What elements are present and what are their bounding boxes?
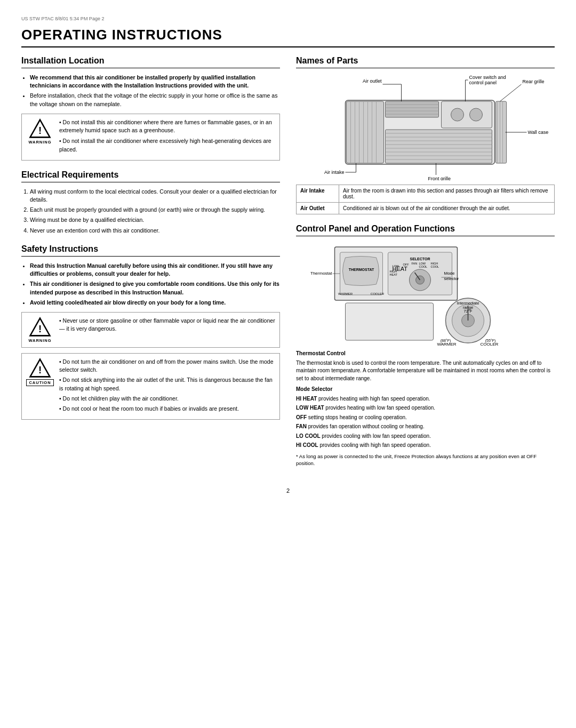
- svg-text:(55°F): (55°F): [485, 339, 496, 343]
- mode-hi-heat: HI HEAT provides heating with high fan s…: [296, 395, 555, 403]
- svg-text:Air outlet: Air outlet: [363, 78, 382, 84]
- installation-location-title: Installation Location: [21, 56, 280, 68]
- control-panel-title: Control Panel and Operation Functions: [296, 224, 555, 236]
- svg-text:OFF: OFF: [403, 263, 410, 266]
- svg-text:HEAT: HEAT: [390, 273, 398, 276]
- svg-text:!: !: [38, 125, 42, 136]
- mode-low-heat: LOW HEAT provides heating with low fan s…: [296, 404, 555, 412]
- caution-label: CAUTION: [26, 379, 53, 386]
- warning-icon-safety: ! WARNING: [26, 317, 54, 343]
- svg-text:THERMOSTAT: THERMOSTAT: [349, 268, 374, 271]
- svg-text:COOL: COOL: [419, 265, 428, 268]
- safety-bullet2: This air conditioner is designed to give…: [30, 281, 279, 295]
- parts-diagram: Air outlet Cover switch and control pane…: [296, 74, 555, 180]
- svg-rect-7: [347, 101, 384, 163]
- svg-text:COOLER: COOLER: [481, 342, 499, 346]
- svg-text:COOL: COOL: [431, 265, 439, 268]
- installation-warning-box: ! WARNING • Do not install this air cond…: [21, 114, 280, 161]
- mode-off: OFF setting stops heating or cooling ope…: [296, 414, 555, 422]
- mode-fan: FAN provides fan operation without cooli…: [296, 423, 555, 431]
- svg-text:FAN: FAN: [412, 262, 418, 265]
- svg-text:Front grille: Front grille: [428, 176, 451, 180]
- svg-text:Cover switch and: Cover switch and: [469, 75, 506, 80]
- mode-selector-section: Mode Selector HI HEAT provides heating w…: [296, 386, 555, 467]
- svg-text:selector: selector: [444, 276, 459, 281]
- thermostat-control-section: Thermostat Control The thermostat knob i…: [296, 350, 555, 382]
- elec-item-1: All wiring must conform to the local ele…: [30, 188, 280, 204]
- warning-label-install: WARNING: [28, 140, 51, 145]
- warning-triangle-safety-icon: !: [29, 317, 51, 337]
- warning-text-install: • Do not install this air conditioner wh…: [59, 118, 275, 156]
- caution-text: • Do not turn the air conditioner on and…: [59, 358, 275, 415]
- part-desc-air-outlet: Conditioned air is blown out of the air …: [339, 203, 555, 214]
- svg-text:Mode: Mode: [444, 271, 455, 276]
- svg-text:WARMER: WARMER: [338, 292, 353, 295]
- svg-text:!: !: [38, 364, 42, 375]
- elec-item-2: Each unit must be properly grounded with…: [30, 206, 280, 214]
- table-row: Air Outlet Conditioned air is blown out …: [297, 203, 555, 214]
- svg-text:control panel: control panel: [469, 80, 497, 85]
- install-bullet2: Before installation, check that the volt…: [30, 92, 280, 108]
- electrical-requirements-list: All wiring must conform to the local ele…: [21, 188, 280, 235]
- caution-point-2: Do not stick anything into the air outle…: [59, 377, 273, 391]
- caution-triangle-icon: !: [29, 358, 51, 378]
- part-name-air-intake: Air Intake: [297, 185, 339, 203]
- main-title: OPERATING INSTRUCTIONS: [21, 27, 555, 47]
- svg-text:(88°F): (88°F): [441, 339, 451, 343]
- svg-text:Thermostat: Thermostat: [310, 271, 332, 276]
- svg-line-44: [500, 84, 522, 101]
- names-of-parts-title: Names of Parts: [296, 56, 555, 68]
- control-panel-diagram: THERMOSTAT WARMER COOLER SELECTOR LOW HE…: [296, 242, 555, 346]
- safety-instructions-section: Safety Instructions Read this Instructio…: [21, 244, 280, 420]
- svg-text:!: !: [38, 323, 42, 334]
- mode-lo-cool: LO COOL provides cooling with low fan sp…: [296, 433, 555, 441]
- svg-rect-28: [386, 130, 492, 163]
- install-bullet1: We recommend that this air conditioner b…: [30, 74, 255, 89]
- ac-unit-diagram: Air outlet Cover switch and control pane…: [296, 74, 555, 180]
- safety-warning-box: ! WARNING • Never use or store gasoline …: [21, 312, 280, 348]
- safety-instructions-title: Safety Instructions: [21, 244, 280, 257]
- caution-icon: ! CAUTION: [26, 358, 54, 386]
- warning-triangle-icon: !: [29, 118, 51, 139]
- electrical-requirements-title: Electrical Requirements: [21, 170, 280, 182]
- caution-point-1: Do not turn the air conditioner on and o…: [59, 358, 274, 373]
- warning-text-safety: • Never use or store gasoline or other f…: [59, 317, 275, 335]
- parts-table: Air Intake Air from the room is drawn in…: [296, 185, 555, 214]
- elec-item-4: Never use an extention cord with this ai…: [30, 227, 280, 235]
- page-header: US STW PTAC 8/8/01 5:34 PM Page 2: [21, 16, 555, 21]
- asterisk-note: * As long as power is connected to the u…: [296, 453, 555, 468]
- warning-icon-install: ! WARNING: [26, 118, 54, 145]
- mode-hi-cool: HI COOL provides cooling with high fan s…: [296, 442, 555, 450]
- electrical-requirements-section: Electrical Requirements All wiring must …: [21, 170, 280, 235]
- safety-bullet3: Avoid letting cooled/heated air blow dir…: [30, 299, 226, 306]
- svg-text:SELECTOR: SELECTOR: [410, 257, 430, 261]
- thermostat-text: The thermostat knob is used to control t…: [296, 359, 555, 383]
- mode-selector-heading: Mode Selector: [296, 386, 332, 392]
- page-number: 2: [21, 487, 555, 494]
- part-desc-air-intake: Air from the room is drawn into this sec…: [339, 185, 555, 203]
- safety-bullet1: Read this Instruction Manual carefully b…: [30, 262, 273, 277]
- svg-rect-20: [442, 101, 492, 128]
- svg-text:Rear grille: Rear grille: [523, 79, 545, 84]
- control-panel-svg: THERMOSTAT WARMER COOLER SELECTOR LOW HE…: [296, 242, 555, 346]
- warning-label-safety: WARNING: [28, 338, 51, 343]
- part-name-air-outlet: Air Outlet: [297, 203, 339, 214]
- svg-text:WARMER: WARMER: [437, 342, 456, 346]
- svg-text:Wall case: Wall case: [528, 130, 549, 135]
- svg-point-21: [451, 108, 464, 121]
- caution-point-3: Do not let children play with the air co…: [63, 395, 179, 402]
- left-column: Installation Location We recommend that …: [21, 56, 280, 477]
- svg-text:COOLER: COOLER: [371, 292, 385, 295]
- svg-text:Air intake: Air intake: [324, 170, 345, 175]
- svg-rect-15: [386, 101, 439, 117]
- elec-item-3: Wiring must be done by a qualified elect…: [30, 216, 280, 224]
- control-panel-section: Control Panel and Operation Functions TH…: [296, 224, 555, 467]
- installation-location-section: Installation Location We recommend that …: [21, 56, 280, 161]
- caution-point-4: Do not cool or heat the room too much if…: [63, 405, 239, 412]
- caution-box: ! CAUTION • Do not turn the air conditio…: [21, 353, 280, 420]
- svg-rect-78: [346, 303, 434, 340]
- thermostat-heading: Thermostat Control: [296, 350, 346, 356]
- table-row: Air Intake Air from the room is drawn in…: [297, 185, 555, 203]
- names-of-parts-section: Names of Parts: [296, 56, 555, 214]
- right-column: Names of Parts: [296, 56, 555, 477]
